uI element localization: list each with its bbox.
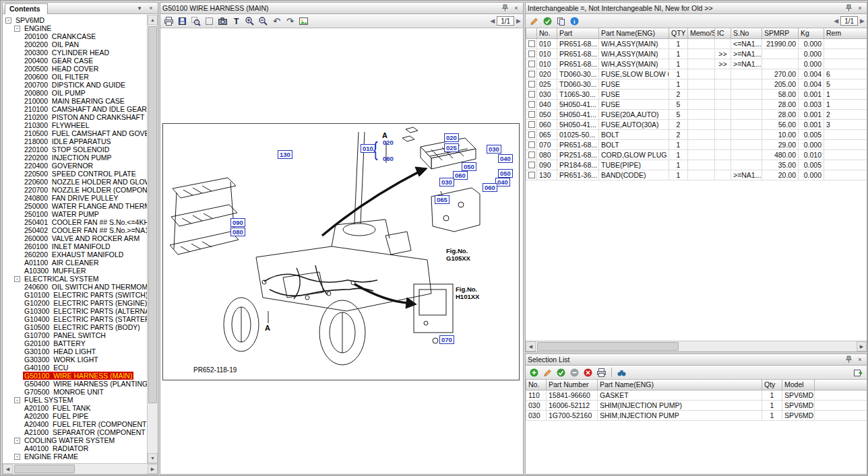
capture-button[interactable] [216, 15, 229, 27]
diagram[interactable]: 130A010{02006002002503004005006003005004… [162, 123, 520, 380]
pin-icon[interactable] [844, 4, 853, 13]
row-checkbox[interactable] [528, 61, 535, 67]
scroll-track[interactable] [148, 25, 158, 453]
row-checkbox[interactable] [528, 111, 535, 118]
tree-item[interactable]: G20100 BATTERY [3, 339, 147, 347]
tree-node[interactable]: -FUEL SYSTEM [3, 396, 147, 404]
pin-icon[interactable] [500, 4, 509, 13]
row-checkbox[interactable] [528, 172, 535, 178]
close-icon[interactable]: × [855, 4, 865, 13]
selection-list-row[interactable]: 03016006-52112SHIM(INJECTION PUMP)1SPV6M… [526, 400, 867, 410]
column-header[interactable]: Part [557, 28, 599, 38]
callout-040[interactable]: 040 [495, 178, 510, 186]
callout-020[interactable]: 020 [444, 133, 459, 142]
tree-item[interactable]: G30300 WORK LIGHT [3, 355, 147, 364]
collapse-icon[interactable]: - [14, 276, 20, 282]
zoom-in-button[interactable] [243, 15, 256, 27]
column-header[interactable]: Memo/S [688, 28, 715, 38]
parts-table-row[interactable]: 070PR651-68...BOLT129.000.000 [526, 139, 867, 149]
parts-table-row[interactable]: 0605H050-41...FUSE,AUTO(30A)256.000.0013 [526, 119, 867, 129]
tree-item[interactable]: 220700 NOZZLE HOLDER (COMPONENT [3, 186, 147, 194]
undo-button[interactable]: ↶ [270, 15, 283, 27]
tree-item[interactable]: G50400 WIRE HARNESS (PLANTING) [3, 380, 147, 388]
apply-button[interactable] [555, 366, 567, 378]
parts-table-row[interactable]: 010PR651-68...W/H,ASSY(MAIN)1>>>=NA1...0… [526, 59, 867, 69]
tree-item[interactable]: G10100 ELECTRIC PARTS (SWITCH) [3, 291, 147, 299]
callout-050[interactable]: 050 [462, 162, 476, 171]
edit-button[interactable] [541, 366, 554, 378]
column-header[interactable]: No. [537, 28, 557, 38]
delete-button[interactable] [582, 366, 594, 378]
tree-item[interactable]: 218000 IDLE APPARATUS [3, 137, 147, 145]
tree-item[interactable]: 250000 WATER FLANGE AND THERMOST [3, 202, 147, 210]
tree-item[interactable]: 260200 EXHAUST MANIFOLD [3, 250, 147, 259]
column-header[interactable]: Part Name(ENG) [599, 28, 669, 38]
tree-item[interactable]: 210100 CAMSHAFT AND IDLE GEAR SHA [3, 105, 147, 113]
row-checkbox[interactable] [528, 151, 535, 158]
row-checkbox[interactable] [528, 40, 535, 47]
tree-item[interactable]: 200500 HEAD COVER [3, 65, 147, 73]
pin-icon[interactable] [844, 355, 853, 364]
parts-table-row[interactable]: 080PR251-68...CORD,GLOW PLUG1480.000.010 [526, 149, 867, 160]
tree-item[interactable]: G10300 ELECTRIC PARTS (ALTERNATOR [3, 307, 147, 315]
close-icon[interactable]: × [855, 355, 865, 364]
image-button[interactable] [297, 15, 310, 27]
parts-horizontal-scrollbar[interactable]: ◀ ▶ [526, 341, 867, 351]
row-checkbox[interactable] [528, 121, 535, 128]
callout-060[interactable]: 060 [483, 183, 497, 192]
tree-item[interactable]: 200100 CRANKCASE [3, 32, 147, 40]
tree-horizontal-scrollbar[interactable]: ◀ ▶ [3, 463, 158, 474]
tree-item[interactable]: 220100 STOP SOLENOID [3, 145, 147, 154]
collapse-icon[interactable]: - [14, 454, 20, 460]
tree-item[interactable]: 200400 GEAR CASE [3, 57, 147, 65]
row-checkbox[interactable] [528, 81, 535, 88]
callout-090[interactable]: 090 [230, 218, 245, 227]
row-checkbox[interactable] [528, 131, 535, 138]
scroll-down-button[interactable]: ▼ [148, 453, 158, 463]
info-button[interactable]: i [568, 15, 581, 27]
tree-item[interactable]: 200300 CYLINDER HEAD [3, 48, 147, 57]
callout-070[interactable]: 070 [439, 335, 454, 344]
parts-table-row[interactable]: 090PR184-68...TUBE(PIPE)135.000.005 [526, 160, 867, 170]
row-checkbox[interactable] [528, 91, 535, 98]
tree-item[interactable]: 210000 MAIN BEARING CASE [3, 97, 147, 105]
export-button[interactable] [852, 366, 865, 378]
parts-table-row[interactable]: 0505H050-41...FUSE(20A,AUTO)528.000.0012 [526, 109, 867, 119]
tree-item[interactable]: 250402 COOLER FAN ## S.No.>=NA104 [3, 226, 147, 234]
tree-item[interactable]: 210300 FLYWHEEL [3, 121, 147, 129]
scroll-right-button[interactable]: ▶ [148, 464, 158, 474]
next-page-button[interactable]: ▶ [860, 16, 865, 26]
column-header[interactable]: No. [526, 380, 547, 390]
parts-table-row[interactable]: 010PR651-68...W/H,ASSY(MAIN)1>>>=NA1...0… [526, 48, 867, 59]
column-header[interactable]: Model [782, 380, 815, 390]
selection-list-row[interactable]: 0301G700-52160SHIM,INJECTION PUMP1SPV6MD [526, 410, 867, 420]
parts-table-row[interactable]: 06501025-50...BOLT210.000.005 [526, 129, 867, 139]
column-header[interactable]: Part Number [547, 380, 598, 390]
parts-table-row[interactable]: 010PR651-68...W/H,ASSY(MAIN)1<=NA1...219… [526, 38, 867, 48]
tree-item[interactable]: 250100 WATER PUMP [3, 210, 147, 218]
column-header[interactable]: IC [715, 28, 731, 38]
redo-button[interactable]: ↷ [284, 15, 297, 27]
tree-item[interactable]: 220500 SPEED CONTROL PLATE [3, 170, 147, 178]
tree-item[interactable]: 260000 VALVE AND ROCKER ARM [3, 234, 147, 242]
tree-vertical-scrollbar[interactable]: ▲ ▼ [147, 15, 158, 463]
tree-item[interactable]: G40100 ECU [3, 364, 147, 372]
scroll-left-button[interactable]: ◀ [3, 464, 13, 474]
row-checkbox[interactable] [528, 71, 535, 77]
scroll-left-button[interactable]: ◀ [526, 341, 536, 351]
column-header[interactable]: Rem [824, 28, 867, 38]
tree-item[interactable]: 240600 OIL SWITCH AND THERMOMETE [3, 283, 147, 291]
callout-030[interactable]: 030 [487, 145, 501, 154]
column-header[interactable]: SPMRP [762, 28, 799, 38]
zoom-out-button[interactable] [257, 15, 270, 27]
next-page-button[interactable]: ▶ [516, 16, 521, 26]
save-button[interactable] [176, 15, 189, 27]
collapse-icon[interactable]: - [14, 397, 20, 403]
tree-item[interactable]: 210200 PISTON AND CRANKSHAFT [3, 113, 147, 121]
row-checkbox[interactable] [528, 50, 535, 57]
add-button[interactable] [528, 366, 540, 378]
print-button[interactable] [162, 15, 175, 27]
callout-130[interactable]: 130 [278, 150, 292, 159]
callout-040[interactable]: 040 [498, 154, 513, 163]
scroll-thumb[interactable] [537, 342, 679, 351]
